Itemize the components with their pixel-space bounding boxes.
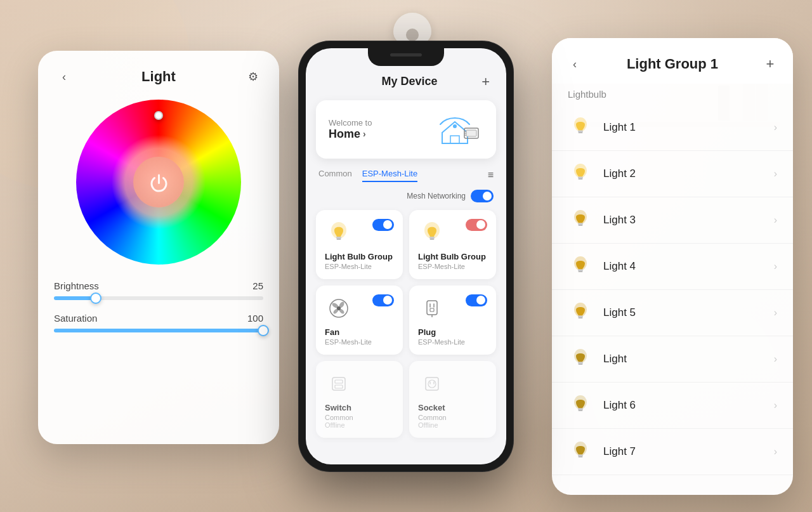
- svg-rect-0: [450, 136, 459, 143]
- back-button[interactable]: ‹: [54, 67, 74, 87]
- light-4-chevron: ›: [774, 261, 777, 272]
- device-card-fan-top: [325, 294, 394, 322]
- plug-icon: [418, 294, 446, 322]
- bulb-icon-1: [325, 219, 353, 247]
- svg-rect-18: [430, 308, 434, 312]
- light-6-name: Light 6: [603, 399, 774, 412]
- device-2-toggle[interactable]: [466, 219, 487, 231]
- bulb-icon-light-5: [568, 300, 593, 325]
- light-6-chevron: ›: [774, 400, 777, 411]
- tab-esp-mesh[interactable]: ESP-Mesh-Lite: [362, 169, 417, 182]
- device-card-plug[interactable]: Plug ESP-Mesh-Lite: [409, 286, 496, 355]
- saturation-thumb[interactable]: [258, 325, 269, 336]
- plug-sub: ESP-Mesh-Lite: [418, 338, 487, 346]
- power-button[interactable]: [133, 157, 184, 207]
- light-item-5[interactable]: Light 5 ›: [552, 290, 793, 336]
- plug-name: Plug: [418, 327, 487, 337]
- mesh-label: Mesh Networking: [407, 192, 466, 200]
- fan-icon: [325, 294, 353, 322]
- saturation-track[interactable]: [54, 329, 263, 332]
- saturation-label: Saturation: [54, 313, 97, 324]
- color-wheel-inner: [111, 135, 206, 230]
- fan-toggle[interactable]: [372, 294, 394, 306]
- mesh-toggle[interactable]: [471, 190, 494, 202]
- bulb-svg-2: [421, 220, 443, 246]
- svg-rect-50: [579, 456, 583, 457]
- svg-rect-21: [335, 380, 343, 383]
- left-panel: ‹ Light ⚙ Brightness 25: [38, 51, 279, 444]
- light-2-name: Light 2: [603, 167, 774, 180]
- light-item-7[interactable]: Light 7 ›: [552, 429, 793, 475]
- plug-toggle[interactable]: [466, 294, 487, 306]
- svg-rect-9: [337, 239, 341, 240]
- svg-rect-32: [579, 178, 583, 180]
- socket-svg: [421, 371, 443, 397]
- switch-name: Switch: [325, 403, 394, 412]
- device-card-fan[interactable]: Fan ESP-Mesh-Lite: [316, 286, 403, 355]
- bulb-svg-light-plain: [570, 348, 591, 371]
- light-item-2[interactable]: Light 2 ›: [552, 151, 793, 197]
- saturation-slider-row: Saturation 100: [54, 313, 263, 332]
- light-item-plain[interactable]: Light ›: [552, 336, 793, 383]
- svg-rect-44: [579, 364, 583, 365]
- gear-button[interactable]: ⚙: [243, 67, 263, 87]
- bulb-icon-light-3: [568, 207, 593, 233]
- svg-rect-47: [579, 410, 583, 411]
- svg-rect-31: [578, 177, 583, 179]
- right-panel: ‹ Light Group 1 + Lightbulb Light 1 ›: [552, 38, 793, 495]
- color-wheel-container: [54, 100, 263, 265]
- device-card-socket[interactable]: Socket Common Offline: [409, 361, 496, 438]
- device-card-1-top: [325, 219, 394, 247]
- device-card-lightbulb-2[interactable]: Light Bulb Group ESP-Mesh-Lite: [409, 210, 496, 279]
- socket-name: Socket: [418, 403, 487, 412]
- svg-rect-29: [579, 132, 583, 133]
- switch-sub: Common: [325, 414, 394, 421]
- device-card-switch[interactable]: Switch Common Offline: [316, 361, 403, 438]
- light-item-4[interactable]: Light 4 ›: [552, 244, 793, 290]
- switch-svg: [327, 371, 350, 397]
- bulb-icon-2: [418, 219, 446, 247]
- device-card-lightbulb-1[interactable]: Light Bulb Group ESP-Mesh-Lite: [316, 210, 403, 279]
- svg-rect-38: [579, 271, 583, 272]
- device-1-toggle[interactable]: [372, 219, 394, 231]
- bulb-svg-light-5: [570, 301, 591, 324]
- socket-icon: [418, 370, 446, 398]
- brightness-label-row: Brightness 25: [54, 280, 263, 291]
- right-panel-header: ‹ Light Group 1 +: [552, 38, 793, 84]
- light-plain-chevron: ›: [774, 353, 777, 365]
- svg-rect-15: [427, 301, 437, 315]
- welcome-home-title: Home ›: [329, 128, 372, 141]
- light-item-1[interactable]: Light 1 ›: [552, 105, 793, 151]
- light-7-chevron: ›: [774, 446, 777, 457]
- plug-svg: [421, 296, 443, 321]
- tab-common[interactable]: Common: [318, 169, 352, 182]
- bulb-svg-light-1: [570, 116, 591, 139]
- right-add-button[interactable]: +: [760, 54, 780, 74]
- phone-add-button[interactable]: +: [481, 74, 490, 90]
- fan-svg: [326, 296, 351, 321]
- bulb-icon-light-6: [568, 393, 593, 418]
- color-wheel[interactable]: [76, 100, 241, 265]
- right-back-button[interactable]: ‹: [565, 54, 585, 74]
- phone-screen: My Device + Welcome to Home ›: [306, 48, 506, 464]
- svg-rect-40: [578, 316, 583, 318]
- fan-name: Fan: [325, 327, 394, 337]
- brightness-thumb[interactable]: [90, 292, 102, 304]
- svg-rect-8: [336, 237, 341, 239]
- notch-speaker: [390, 53, 422, 56]
- light-item-3[interactable]: Light 3 ›: [552, 197, 793, 244]
- welcome-card[interactable]: Welcome to Home ›: [316, 100, 496, 159]
- bulb-svg-light-6: [570, 394, 591, 417]
- device-card-switch-top: [325, 370, 394, 398]
- left-panel-header: ‹ Light ⚙: [54, 67, 263, 87]
- phone-app-title: My Device: [382, 75, 438, 88]
- light-3-chevron: ›: [774, 214, 777, 226]
- brightness-track[interactable]: [54, 296, 263, 300]
- light-item-6[interactable]: Light 6 ›: [552, 383, 793, 429]
- bulb-svg-light-2: [570, 162, 591, 185]
- slider-section: Brightness 25 Saturation 100: [54, 280, 263, 332]
- tab-menu-icon[interactable]: ≡: [488, 169, 494, 181]
- light-5-name: Light 5: [603, 306, 774, 319]
- esp-illustration: [426, 110, 483, 148]
- welcome-pre-text: Welcome to: [329, 118, 372, 128]
